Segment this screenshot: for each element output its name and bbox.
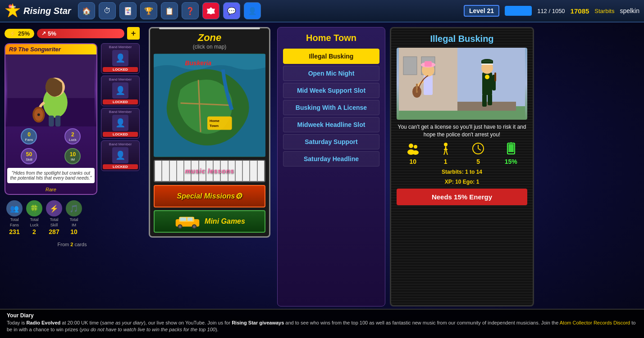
card-skill-stat: 50 Skill [21, 148, 37, 164]
total-im-icon: 🎵 [66, 200, 82, 216]
band-member-1[interactable]: Band Member 👤 LOCKED [101, 43, 140, 74]
zone-subtitle: (click on map) [154, 44, 265, 50]
starbits-label: Starbits [594, 8, 614, 14]
card-luck-stat: 2 Luck [64, 128, 81, 144]
nav-missions-icon[interactable]: 📋 [161, 2, 178, 19]
starbits-range: Starbits: 1 to 14 [397, 169, 527, 175]
svg-text:Town: Town [210, 124, 219, 128]
xp-display: 112 / 1050 [537, 8, 565, 14]
svg-text:Buskeria: Buskeria [185, 59, 211, 67]
nav-right: Level 21 112 / 1050 17085 Starbits spelk… [464, 5, 639, 17]
busking-scene-svg [397, 48, 527, 120]
special-missions-label: Special Missions [177, 192, 235, 200]
map-svg: Home Town Buskeria [154, 54, 265, 157]
from-cards-text: From 2 cards [5, 241, 140, 248]
card-container: R9 The Songwriter [5, 43, 140, 195]
card-stats-2: 50 Skill 10 IM [5, 146, 96, 166]
mission-busking-license[interactable]: Busking With A License [283, 100, 379, 115]
band-member-3[interactable]: Band Member 👤 LOCKED [101, 108, 140, 139]
busking-energy-value: 15% [505, 158, 517, 165]
nav-trophy-icon[interactable]: 🏆 [140, 2, 157, 19]
mission-saturday-support[interactable]: Saturday Support [283, 134, 379, 149]
svg-rect-45 [488, 94, 492, 105]
busking-illustration [397, 48, 527, 120]
energy-pct: 25% [18, 30, 30, 37]
mission-midweek-support[interactable]: Mid Week Support Slot [283, 83, 379, 98]
diary-area: Your Diary Today is Radio Evolved at 20:… [0, 309, 644, 338]
logo-area: NEW Rising Star [5, 3, 71, 19]
nav-facebook-icon[interactable]: 👤 [244, 2, 261, 19]
xp-display: XP: 10 [445, 179, 461, 185]
busking-energy-icon [505, 142, 517, 157]
svg-rect-41 [482, 60, 492, 62]
hometown-title: Home Town [283, 33, 379, 43]
level-label: Level [469, 7, 485, 14]
zone-frame: Zone (click on map) [149, 27, 270, 238]
from-cards-count: 2 [70, 242, 73, 247]
total-im: 🎵 Total IM 10 [66, 200, 82, 235]
svg-rect-47 [494, 72, 496, 81]
busking-fans-icon [406, 142, 419, 157]
svg-rect-42 [481, 63, 493, 65]
hometown-panel: Home Town Illegal Busking Open Mic Night… [277, 27, 385, 306]
busking-walk-value: 1 [444, 158, 448, 165]
xp-ego-display: XP: 10 Ego: 1 [397, 179, 527, 185]
card-fans-stat: 0 Fans [21, 128, 37, 144]
total-skill: ⚡ Total Skill 287 [46, 200, 62, 235]
mood-pct: 5% [48, 30, 56, 37]
svg-rect-57 [508, 144, 514, 152]
nav-discord-icon[interactable]: 💬 [223, 2, 240, 19]
busking-clock-icon [472, 142, 484, 157]
starbits-value: 17085 [571, 7, 589, 15]
nav-cards-icon[interactable]: 🃏 [119, 2, 137, 19]
nav-timer-icon[interactable]: ⏱ [99, 2, 116, 19]
card-rarity-label: R9 [9, 46, 17, 53]
character-card[interactable]: R9 The Songwriter [5, 43, 97, 195]
busking-fans-stat: 10 [406, 142, 419, 165]
svg-text:Home: Home [210, 119, 220, 123]
svg-point-49 [414, 145, 417, 149]
svg-point-52 [444, 143, 448, 146]
discord-link[interactable]: Atom Collector Records Discord [560, 320, 630, 325]
mission-open-mic[interactable]: Open Mic Night [283, 66, 379, 81]
logo-text: Rising Star [23, 6, 71, 16]
zone-title: Zone [154, 32, 265, 44]
svg-rect-36 [416, 84, 418, 93]
logo-icon: NEW [5, 3, 21, 19]
needs-energy-button[interactable]: Needs 15% Energy [397, 189, 527, 205]
svg-rect-7 [49, 116, 54, 126]
card-im-stat: 10 IM [64, 148, 81, 164]
band-member-4[interactable]: Band Member 👤 LOCKED [101, 140, 140, 171]
svg-point-22 [193, 225, 196, 228]
totals-row: 👥 Total Fans 231 🍀 Total Luck 2 ⚡ Total … [5, 198, 140, 237]
energy-icon: ⚡ [9, 30, 16, 37]
mission-illegal-busking[interactable]: Illegal Busking [283, 49, 379, 64]
mission-saturday-headline[interactable]: Saturday Headline [283, 151, 379, 167]
special-missions-button[interactable]: Special Missions ⚙ [154, 185, 265, 207]
mini-games-button[interactable]: Mini Games [154, 210, 265, 233]
mood-icon: ↗ [41, 30, 46, 36]
card-image [5, 54, 96, 126]
diary-text: Today is Radio Evolved at 20:00 UK time … [7, 320, 637, 333]
band-member-3-icon: 👤 [112, 115, 128, 131]
ego-display: Ego: 1 [463, 179, 480, 185]
svg-rect-44 [482, 94, 487, 107]
nav-icons: 🏠 ⏱ 🃏 🏆 📋 ❓ 💬 👤 [78, 2, 261, 19]
zone-map[interactable]: Home Town Buskeria [154, 54, 265, 157]
total-fans-value: 231 [9, 228, 19, 235]
band-member-2[interactable]: Band Member 👤 LOCKED [101, 76, 140, 106]
svg-rect-23 [180, 217, 187, 221]
nav-hive-icon[interactable] [202, 2, 219, 19]
mission-midweek-headline[interactable]: Midweek Headline Slot [283, 117, 379, 132]
xp-bar [505, 6, 532, 16]
svg-rect-8 [55, 116, 61, 126]
diary-title: Your Diary [7, 312, 637, 319]
nav-help-icon[interactable]: ❓ [182, 2, 199, 19]
username: spelkin [620, 7, 639, 14]
nav-home-icon[interactable]: 🏠 [78, 2, 95, 19]
music-lessons-button[interactable]: music lessons [154, 160, 265, 182]
svg-point-48 [409, 144, 413, 148]
total-fans-icon: 👥 [6, 200, 23, 216]
plus-button[interactable]: + [127, 27, 140, 40]
energy-bar: ⚡ 25% [5, 29, 34, 38]
